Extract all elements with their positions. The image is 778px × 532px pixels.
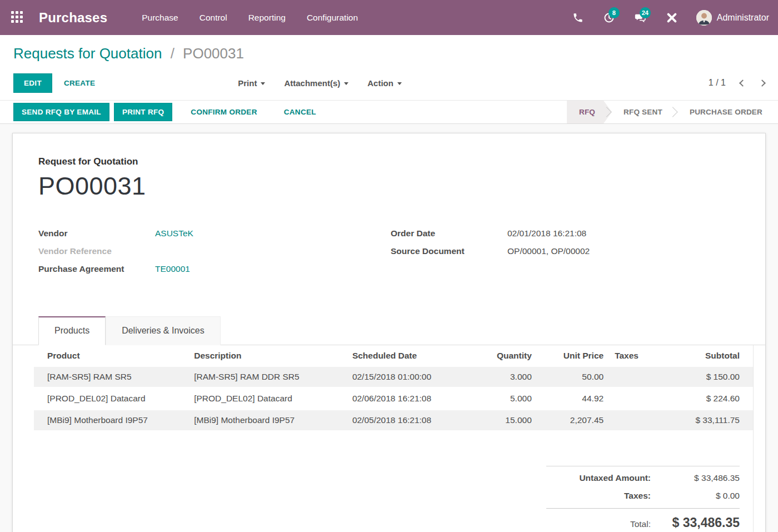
chevron-down-icon xyxy=(261,82,265,85)
menu-control[interactable]: Control xyxy=(200,13,227,23)
menu-purchase[interactable]: Purchase xyxy=(142,13,178,23)
purchase-agreement-value[interactable]: TE00001 xyxy=(155,264,190,274)
source-document-label: Source Document xyxy=(391,246,507,256)
vendor-reference-label: Vendor Reference xyxy=(38,246,155,256)
order-lines-table: Product Description Scheduled Date Quant… xyxy=(34,345,754,532)
pager-previous-icon[interactable] xyxy=(739,79,746,87)
cell-taxes[interactable] xyxy=(609,410,660,431)
page-title: PO00031 xyxy=(38,172,743,201)
cell-subtotal[interactable]: $ 33,111.75 xyxy=(660,410,753,431)
user-menu[interactable]: Administrator xyxy=(696,10,769,26)
total-label: Total: xyxy=(630,519,651,529)
col-scheduled-date[interactable]: Scheduled Date xyxy=(347,345,472,366)
cell-description[interactable]: [PROD_DEL02] Datacard xyxy=(188,388,347,410)
cell-product[interactable]: [RAM-SR5] RAM SR5 xyxy=(34,366,188,388)
pager-next-icon[interactable] xyxy=(759,79,766,87)
breadcrumb-current: PO00031 xyxy=(183,45,244,62)
cell-product[interactable]: [MBi9] Motherboard I9P57 xyxy=(34,410,188,431)
taxes-label: Taxes: xyxy=(624,491,651,501)
table-row[interactable]: [RAM-SR5] RAM SR5 [RAM-SR5] RAM DDR SR5 … xyxy=(34,366,753,388)
untaxed-amount-label: Untaxed Amount: xyxy=(579,473,651,483)
create-button[interactable]: CREATE xyxy=(60,73,99,93)
menu-reporting[interactable]: Reporting xyxy=(248,13,286,23)
menu-configuration[interactable]: Configuration xyxy=(307,13,358,23)
notebook-tabs: Products Deliveries & Invoices xyxy=(13,316,765,345)
apps-grid-icon[interactable] xyxy=(11,11,24,24)
main-menu: Purchase Control Reporting Configuration xyxy=(142,13,358,23)
activities-badge: 8 xyxy=(609,7,620,18)
purchase-agreement-label: Purchase Agreement xyxy=(38,264,155,274)
edit-button[interactable]: EDIT xyxy=(13,73,52,93)
field-group-left: Vendor ASUSTeK Vendor Reference Purchase… xyxy=(38,228,391,282)
totals-panel: Untaxed Amount: $ 33,486.35 Taxes: $ 0.0… xyxy=(546,466,753,532)
control-panel: Requests for Quotation / PO00031 EDIT CR… xyxy=(0,35,778,100)
tools-icon[interactable] xyxy=(665,12,677,24)
vendor-label: Vendor xyxy=(38,228,155,238)
print-dropdown-label: Print xyxy=(238,78,257,88)
status-step-purchase-order[interactable]: PURCHASE ORDER xyxy=(674,101,778,123)
confirm-order-button[interactable]: CONFIRM ORDER xyxy=(182,103,265,121)
breadcrumb-separator: / xyxy=(171,45,174,62)
pager: 1 / 1 xyxy=(709,78,765,88)
cell-unit-price[interactable]: 44.92 xyxy=(537,388,609,410)
top-navbar: Purchases Purchase Control Reporting Con… xyxy=(0,0,778,35)
breadcrumb-parent-link[interactable]: Requests for Quotation xyxy=(13,45,162,62)
cell-subtotal[interactable]: $ 224.60 xyxy=(660,388,753,410)
phone-icon[interactable] xyxy=(572,12,584,24)
breadcrumb: Requests for Quotation / PO00031 xyxy=(13,45,765,62)
order-date-label: Order Date xyxy=(391,228,507,238)
form-sheet: Request for Quotation PO00031 Vendor ASU… xyxy=(12,133,766,532)
action-dropdown[interactable]: Action xyxy=(367,78,402,88)
cell-taxes[interactable] xyxy=(609,388,660,410)
activities-clock-icon[interactable]: 8 xyxy=(603,12,615,24)
cell-unit-price[interactable]: 2,207.45 xyxy=(537,410,609,431)
user-name: Administrator xyxy=(717,13,769,23)
col-product[interactable]: Product xyxy=(34,345,188,366)
action-dropdown-label: Action xyxy=(367,78,393,88)
messages-badge: 24 xyxy=(640,7,651,18)
col-unit-price[interactable]: Unit Price xyxy=(537,345,609,366)
messages-chat-icon[interactable]: 24 xyxy=(634,12,646,24)
taxes-value: $ 0.00 xyxy=(651,491,740,501)
cell-scheduled-date[interactable]: 02/15/2018 01:00:00 xyxy=(347,366,472,388)
status-steps: RFQ RFQ SENT PURCHASE ORDER xyxy=(567,101,778,123)
app-name: Purchases xyxy=(39,10,107,26)
cell-taxes[interactable] xyxy=(609,366,660,388)
col-description[interactable]: Description xyxy=(188,345,347,366)
attachments-dropdown[interactable]: Attachment(s) xyxy=(284,78,348,88)
col-quantity[interactable]: Quantity xyxy=(472,345,537,366)
attachments-dropdown-label: Attachment(s) xyxy=(284,78,340,88)
cell-subtotal[interactable]: $ 150.00 xyxy=(660,366,753,388)
vendor-value[interactable]: ASUSTeK xyxy=(155,228,193,238)
source-document-value: OP/00001, OP/00002 xyxy=(507,246,590,256)
cell-scheduled-date[interactable]: 02/05/2018 16:21:08 xyxy=(347,410,472,431)
table-row[interactable]: [PROD_DEL02] Datacard [PROD_DEL02] Datac… xyxy=(34,388,753,410)
order-date-value: 02/01/2018 16:21:08 xyxy=(507,228,586,238)
untaxed-amount-value: $ 33,486.35 xyxy=(651,473,740,483)
send-rfq-by-email-button[interactable]: SEND RFQ BY EMAIL xyxy=(13,103,109,121)
total-value: $ 33,486.35 xyxy=(651,515,740,530)
cell-quantity[interactable]: 15.000 xyxy=(472,410,537,431)
cell-quantity[interactable]: 5.000 xyxy=(472,388,537,410)
cancel-button[interactable]: CANCEL xyxy=(276,103,325,121)
tab-products[interactable]: Products xyxy=(38,316,106,345)
cell-scheduled-date[interactable]: 02/06/2018 16:21:08 xyxy=(347,388,472,410)
print-dropdown[interactable]: Print xyxy=(238,78,265,88)
form-view: Request for Quotation PO00031 Vendor ASU… xyxy=(0,124,778,532)
cell-quantity[interactable]: 3.000 xyxy=(472,366,537,388)
statusbar: SEND RFQ BY EMAIL PRINT RFQ CONFIRM ORDE… xyxy=(0,100,778,124)
print-rfq-button[interactable]: PRINT RFQ xyxy=(114,103,172,121)
avatar xyxy=(696,10,712,26)
tab-deliveries-invoices[interactable]: Deliveries & Invoices xyxy=(106,316,221,345)
table-row[interactable]: [MBi9] Motherboard I9P57 [MBi9] Motherbo… xyxy=(34,410,753,431)
chevron-down-icon xyxy=(344,82,348,85)
table-header-row: Product Description Scheduled Date Quant… xyxy=(34,345,753,366)
col-subtotal[interactable]: Subtotal xyxy=(660,345,753,366)
cell-description[interactable]: [RAM-SR5] RAM DDR SR5 xyxy=(188,366,347,388)
cell-description[interactable]: [MBi9] Motherboard I9P57 xyxy=(188,410,347,431)
form-subtitle: Request for Quotation xyxy=(38,156,743,167)
cell-product[interactable]: [PROD_DEL02] Datacard xyxy=(34,388,188,410)
cell-unit-price[interactable]: 50.00 xyxy=(537,366,609,388)
pager-value: 1 / 1 xyxy=(709,78,726,88)
col-taxes[interactable]: Taxes xyxy=(609,345,660,366)
